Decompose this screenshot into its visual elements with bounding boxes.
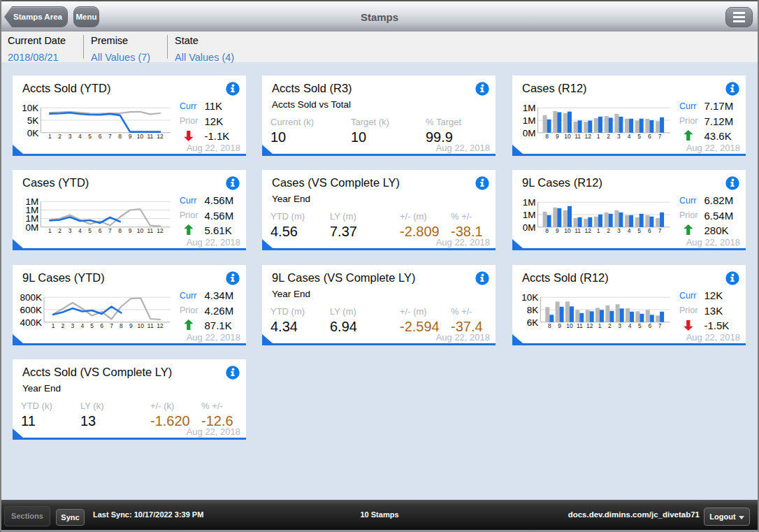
svg-text:10: 10	[137, 227, 144, 234]
svg-text:7: 7	[110, 322, 113, 329]
svg-text:9: 9	[556, 227, 559, 234]
svg-text:5: 5	[88, 133, 92, 140]
svg-text:10: 10	[137, 133, 144, 140]
svg-text:3: 3	[618, 322, 621, 329]
svg-text:6: 6	[648, 133, 651, 140]
svg-text:6: 6	[99, 227, 102, 234]
svg-text:9: 9	[129, 133, 132, 140]
svg-text:1M: 1M	[523, 197, 536, 208]
svg-text:600K: 600K	[20, 305, 42, 315]
svg-text:4: 4	[628, 322, 632, 329]
svg-text:10: 10	[564, 227, 571, 234]
svg-text:800K: 800K	[20, 292, 42, 303]
svg-text:4: 4	[78, 227, 82, 234]
svg-text:5K: 5K	[27, 115, 39, 126]
svg-text:2: 2	[58, 133, 62, 140]
svg-text:12: 12	[157, 322, 164, 329]
svg-text:6: 6	[100, 322, 103, 329]
svg-text:6: 6	[648, 227, 651, 234]
svg-text:11: 11	[574, 133, 581, 140]
svg-text:6: 6	[99, 133, 102, 140]
svg-text:6: 6	[648, 322, 651, 329]
svg-text:1: 1	[52, 322, 55, 329]
svg-text:5: 5	[90, 322, 94, 329]
svg-text:7: 7	[658, 322, 662, 329]
svg-text:3: 3	[71, 322, 74, 329]
svg-text:2: 2	[58, 227, 62, 234]
svg-text:12: 12	[586, 322, 593, 329]
svg-text:7: 7	[658, 227, 662, 234]
svg-text:1M: 1M	[523, 210, 536, 220]
svg-text:10K: 10K	[521, 292, 538, 303]
svg-text:7: 7	[658, 133, 662, 140]
svg-text:7: 7	[108, 227, 112, 234]
svg-text:9: 9	[129, 227, 132, 234]
svg-text:12: 12	[157, 227, 164, 234]
svg-text:11: 11	[147, 133, 153, 140]
svg-text:11: 11	[147, 227, 153, 234]
svg-text:0M: 0M	[523, 222, 536, 233]
svg-text:5: 5	[637, 227, 641, 234]
svg-text:1M: 1M	[523, 115, 536, 126]
svg-text:1: 1	[48, 133, 52, 140]
svg-text:8: 8	[120, 322, 123, 329]
svg-text:9: 9	[556, 133, 559, 140]
svg-text:1: 1	[48, 227, 52, 234]
svg-text:3: 3	[617, 133, 621, 140]
svg-text:2: 2	[608, 322, 612, 329]
svg-text:5: 5	[637, 133, 641, 140]
svg-text:9: 9	[129, 322, 133, 329]
svg-text:8: 8	[548, 322, 551, 329]
svg-text:2: 2	[607, 133, 610, 140]
svg-text:10: 10	[564, 133, 571, 140]
svg-text:3: 3	[68, 227, 72, 234]
svg-text:7: 7	[108, 133, 112, 140]
svg-text:0M: 0M	[523, 128, 536, 138]
svg-text:4: 4	[628, 133, 631, 140]
svg-text:10: 10	[566, 322, 573, 329]
svg-text:1M: 1M	[523, 103, 536, 113]
svg-text:9: 9	[558, 322, 561, 329]
svg-text:1: 1	[598, 322, 602, 329]
svg-text:11: 11	[147, 322, 154, 329]
svg-text:11: 11	[574, 227, 581, 234]
svg-text:2: 2	[62, 322, 65, 329]
svg-text:8: 8	[545, 133, 549, 140]
svg-text:400K: 400K	[20, 317, 42, 328]
svg-text:0K: 0K	[27, 128, 39, 138]
svg-text:8: 8	[118, 133, 122, 140]
svg-text:3: 3	[68, 133, 72, 140]
svg-text:8: 8	[545, 227, 549, 234]
svg-text:8: 8	[118, 227, 122, 234]
svg-text:4: 4	[80, 322, 84, 329]
svg-text:2: 2	[607, 227, 610, 234]
svg-text:11: 11	[577, 322, 583, 329]
svg-text:3: 3	[617, 227, 621, 234]
svg-text:0M: 0M	[26, 222, 39, 233]
svg-text:10: 10	[138, 322, 145, 329]
svg-text:5: 5	[638, 322, 642, 329]
svg-text:1: 1	[597, 227, 600, 234]
svg-text:12: 12	[157, 133, 164, 140]
svg-text:4: 4	[628, 227, 631, 234]
svg-text:12: 12	[585, 133, 592, 140]
svg-text:10K: 10K	[22, 103, 38, 113]
svg-text:8K: 8K	[527, 305, 539, 315]
svg-text:1: 1	[597, 133, 600, 140]
svg-text:12: 12	[585, 227, 592, 234]
svg-text:4: 4	[78, 133, 82, 140]
svg-text:5: 5	[88, 227, 92, 234]
svg-text:6K: 6K	[527, 317, 539, 328]
